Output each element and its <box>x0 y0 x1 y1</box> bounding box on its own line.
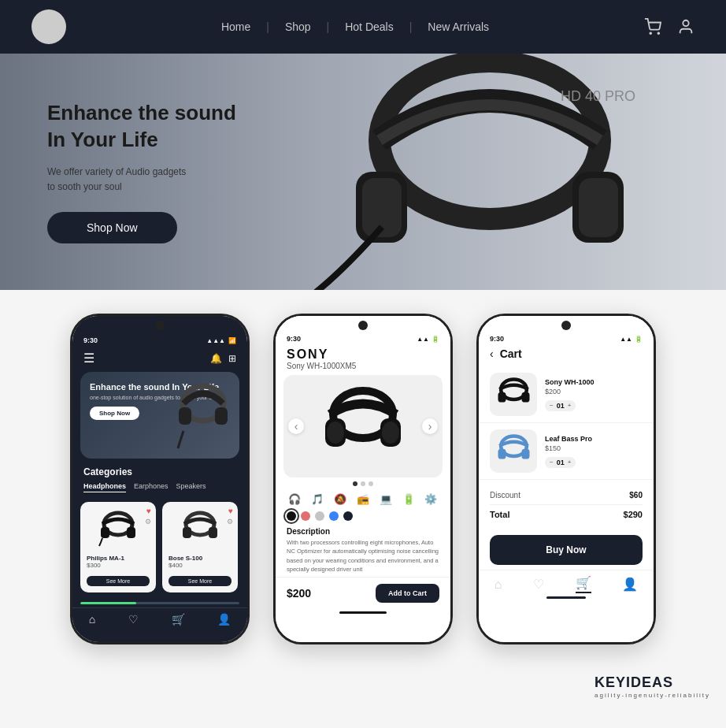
phone1-cat-earphones[interactable]: Earphones <box>134 482 169 492</box>
phone3-total-label: Total <box>490 510 509 519</box>
phone2-add-to-cart-btn[interactable]: Add to Cart <box>376 584 439 603</box>
phone1-categories-title: Categories <box>83 466 236 477</box>
phone1-cat-headphones[interactable]: Headphones <box>83 482 126 492</box>
svg-point-0 <box>650 32 651 34</box>
phone3-back-button[interactable]: ‹ <box>490 347 494 360</box>
header: Home | Shop | Hot Deals | New Arrivals <box>0 0 726 54</box>
phone1-banner-headphone <box>172 376 235 455</box>
phone3-item1-minus[interactable]: − <box>550 402 554 409</box>
phone1-progress-bar <box>80 602 239 604</box>
phone1-bottom-nav: ⌂ ♡ 🛒 👤 <box>72 607 247 630</box>
phone1-home-nav[interactable]: ⌂ <box>89 613 95 626</box>
cart-icon[interactable] <box>644 18 661 35</box>
phone2-color-red[interactable] <box>301 511 310 521</box>
phone2-color-options <box>276 508 450 524</box>
phone2-signal: ▲▲ <box>417 336 429 343</box>
phone1-user-nav[interactable]: 👤 <box>217 613 231 626</box>
phone2-product-view: ‹ › <box>283 375 443 477</box>
phone1-time: 9:30 <box>83 336 98 344</box>
phone2-prev-arrow[interactable]: ‹ <box>288 418 304 434</box>
phone2-dot-2[interactable] <box>361 481 365 486</box>
phone2-mockup: 9:30 ▲▲ 🔋 SONY Sony WH-1000XM5 ‹ <box>273 314 453 644</box>
svg-rect-11 <box>215 407 228 425</box>
phone3-cart-nav[interactable]: 🛒 <box>576 575 591 593</box>
phone1-heart-nav[interactable]: ♡ <box>128 613 139 626</box>
phone2-next-arrow[interactable]: › <box>422 418 438 434</box>
phone1-banner-shop-btn[interactable]: Shop Now <box>90 407 139 420</box>
phone3-item1-name: Sony WH-1000 <box>545 378 643 386</box>
phone2-color-navy[interactable] <box>343 511 353 521</box>
phone3-item2-name: Leaf Bass Pro <box>545 435 643 443</box>
phone2-notch <box>358 321 368 330</box>
phone3-item2-qty: − 01 + <box>545 457 576 468</box>
phone3-status-bar: 9:30 ▲▲ 🔋 <box>479 330 654 344</box>
phone1-status-bar: 9:30 ▲▲▲ 📶 <box>72 330 247 347</box>
phone1-product1-settings-icon[interactable]: ⚙ <box>145 518 151 526</box>
phone2-dot-1[interactable] <box>353 481 357 486</box>
phone1-product1-see-more-btn[interactable]: See More <box>87 576 150 586</box>
phone1-product2-see-more-btn[interactable]: See More <box>169 576 232 586</box>
phone3-user-nav[interactable]: 👤 <box>622 577 638 592</box>
phone1-products: ♥ ⚙ Philips MA-1 $300 See More <box>72 496 247 599</box>
phone1-product1-heart-icon[interactable]: ♥ <box>146 507 151 515</box>
phone3-cart-title: Cart <box>500 347 522 360</box>
phone3-bottom-nav: ⌂ ♡ 🛒 👤 <box>479 570 654 595</box>
phone1-product2-settings-icon[interactable]: ⚙ <box>227 518 233 526</box>
svg-point-21 <box>327 422 344 444</box>
phone3-total-value: $290 <box>624 510 643 519</box>
phone3-time: 9:30 <box>490 335 504 343</box>
phone1-product2-name: Bose S-100 <box>169 555 232 562</box>
phone2-color-black[interactable] <box>287 511 296 521</box>
phone2-color-gray[interactable] <box>315 511 324 521</box>
phone1-cat-speakers[interactable]: Speakers <box>176 482 206 492</box>
phone3-buy-now-btn[interactable]: Buy Now <box>490 535 643 565</box>
phone3-item1-qty: − 01 + <box>545 400 576 411</box>
phone3-item1-plus[interactable]: + <box>568 402 572 409</box>
logo <box>31 9 66 44</box>
phone3-cart-item-2: Leaf Bass Pro $150 − 01 + <box>479 423 654 480</box>
phone2-feature4-icon: 📻 <box>357 493 369 505</box>
phone1-product1-image <box>94 508 142 552</box>
keyideas-brand-name: KEYIDEAS <box>595 674 710 691</box>
svg-rect-27 <box>498 448 506 459</box>
phone3-item1-image <box>490 373 537 416</box>
hero-headphone-image: HD 40 PRO <box>293 54 687 290</box>
hero-shop-now-button[interactable]: Shop Now <box>47 212 177 243</box>
phone3-item2-plus[interactable]: + <box>568 459 572 466</box>
phone1-notch-bar <box>72 316 247 330</box>
phone1-cart-nav[interactable]: 🛒 <box>172 613 185 626</box>
phone3-battery: 🔋 <box>635 336 643 343</box>
phone1-grid-icon[interactable]: ⊞ <box>228 353 236 364</box>
phone3-item2-headphone-svg <box>492 432 535 471</box>
phone2-feature-5: 💻 <box>380 493 392 505</box>
phone1-product1-price: $300 <box>87 562 150 569</box>
phone1-menu-icon[interactable]: ☰ <box>83 351 94 366</box>
phone3-inner: 9:30 ▲▲ 🔋 ‹ Cart <box>479 316 654 642</box>
phone2-color-blue[interactable] <box>329 511 339 521</box>
phone3-home-nav[interactable]: ⌂ <box>494 578 502 592</box>
phone1-banner: Enhance the sound In Your Life one-stop … <box>80 372 239 459</box>
user-icon[interactable] <box>677 18 695 35</box>
phone2-dot-3[interactable] <box>369 481 373 486</box>
nav-hot-deals[interactable]: Hot Deals <box>329 20 409 33</box>
keyideas-branding: KEYIDEAS agility-ingenuity-reliability <box>595 674 710 699</box>
phone3-item2-minus[interactable]: − <box>550 459 554 466</box>
phone3-heart-nav[interactable]: ♡ <box>533 577 544 592</box>
phone2-image-dots <box>276 477 450 490</box>
phone2-feature-3: 🔕 <box>334 493 346 505</box>
phone1-bell-icon[interactable]: 🔔 <box>210 353 222 364</box>
hero-title: Enhance the sound In Your Life <box>47 100 252 154</box>
phone2-feature-4: 📻 <box>357 493 369 505</box>
phone3-item2-quantity: 01 <box>557 459 565 466</box>
nav-new-arrivals[interactable]: New Arrivals <box>412 20 505 33</box>
svg-point-2 <box>683 20 688 26</box>
phone3-item1-headphone-svg <box>492 375 535 414</box>
phone2-price: $200 <box>287 587 311 600</box>
nav-home[interactable]: Home <box>206 20 266 33</box>
phone1-product2-heart-icon[interactable]: ♥ <box>228 507 233 515</box>
phone2-notch-bar <box>276 316 450 330</box>
phone2-model: Sony WH-1000XM5 <box>276 362 450 375</box>
phone3-item2-image <box>490 429 537 473</box>
phone3-header: ‹ Cart <box>479 344 654 366</box>
nav-shop[interactable]: Shop <box>269 20 327 33</box>
